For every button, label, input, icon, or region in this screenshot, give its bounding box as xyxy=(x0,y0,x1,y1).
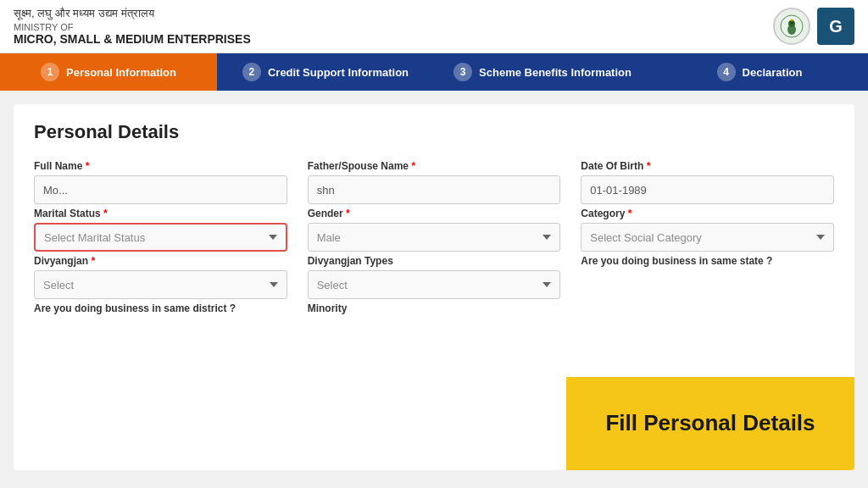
tab-1-label: Personal Information xyxy=(66,66,176,79)
father-spouse-input[interactable] xyxy=(308,175,561,204)
tab-4-number: 4 xyxy=(717,63,736,81)
tab-credit-support[interactable]: 2 Credit Support Information xyxy=(217,53,434,91)
marital-status-select[interactable]: Select Marital Status Single Married Div… xyxy=(34,223,287,252)
category-select[interactable]: Select Social Category General OBC SC ST xyxy=(581,223,834,252)
minority-label: Minority xyxy=(308,302,561,314)
nav-tabs: 1 Personal Information 2 Credit Support … xyxy=(0,53,868,91)
ministry-name: MICRO, SMALL & MEDIUM ENTERPRISES xyxy=(14,32,251,46)
hindi-title: सूक्ष्म, लघु और मध्यम उद्यम मंत्रालय xyxy=(14,7,251,20)
gender-select[interactable]: Male Female Other xyxy=(308,223,561,252)
gender-label: Gender * xyxy=(308,208,561,219)
dob-label: Date Of Birth * xyxy=(581,160,834,172)
full-name-label: Full Name * xyxy=(34,160,287,172)
tab-2-number: 2 xyxy=(242,63,261,81)
tab-2-label: Credit Support Information xyxy=(268,66,409,79)
category-label: Category * xyxy=(581,208,834,219)
divyangjan-types-group: Divyangjan Types Select xyxy=(308,255,561,299)
category-group: Category * Select Social Category Genera… xyxy=(581,208,834,252)
logo-peacock xyxy=(773,8,810,45)
main-content: Personal Details Full Name * Father/Spou… xyxy=(14,104,854,470)
father-spouse-label: Father/Spouse Name * xyxy=(308,160,561,172)
yellow-banner: Fill Personal Details xyxy=(566,377,854,470)
form-row-4: Are you doing business in same district … xyxy=(34,302,834,314)
tab-1-number: 1 xyxy=(41,63,59,81)
father-spouse-group: Father/Spouse Name * xyxy=(308,160,561,204)
banner-text: Fill Personal Details xyxy=(605,410,815,436)
marital-status-group: Marital Status * Select Marital Status S… xyxy=(34,208,287,252)
tab-4-label: Declaration xyxy=(743,66,803,79)
header-left: सूक्ष्म, लघु और मध्यम उद्यम मंत्रालय MIN… xyxy=(14,7,251,46)
dob-input[interactable] xyxy=(581,175,834,204)
divyangjan-types-select[interactable]: Select xyxy=(308,270,561,299)
tab-3-label: Scheme Benefits Information xyxy=(479,66,632,79)
same-state-label: Are you doing business in same state ? xyxy=(581,255,834,267)
form-row-3: Divyangjan * Select Yes No Divyangjan Ty… xyxy=(34,255,834,299)
header: सूक्ष्म, लघु और मध्यम उद्यम मंत्रालय MIN… xyxy=(0,0,868,53)
minority-group: Minority xyxy=(308,302,561,314)
ministry-line1: MINISTRY OF xyxy=(14,22,251,32)
same-district-label: Are you doing business in same district … xyxy=(34,302,287,314)
full-name-input[interactable] xyxy=(34,175,287,204)
form-row-1: Full Name * Father/Spouse Name * Date Of… xyxy=(34,160,834,204)
dob-group: Date Of Birth * xyxy=(581,160,834,204)
divyangjan-label: Divyangjan * xyxy=(34,255,287,267)
marital-status-label: Marital Status * xyxy=(34,208,287,219)
logo-g20: G xyxy=(817,8,854,45)
gender-group: Gender * Male Female Other xyxy=(308,208,561,252)
same-state-group: Are you doing business in same state ? xyxy=(581,255,834,299)
divyangjan-group: Divyangjan * Select Yes No xyxy=(34,255,287,299)
tab-scheme-benefits[interactable]: 3 Scheme Benefits Information xyxy=(434,53,651,91)
tab-declaration[interactable]: 4 Declaration xyxy=(651,53,868,91)
divyangjan-types-label: Divyangjan Types xyxy=(308,255,561,267)
form-row-2: Marital Status * Select Marital Status S… xyxy=(34,208,834,252)
full-name-group: Full Name * xyxy=(34,160,287,204)
same-district-group: Are you doing business in same district … xyxy=(34,302,287,314)
section-title: Personal Details xyxy=(34,121,834,143)
tab-personal-information[interactable]: 1 Personal Information xyxy=(0,53,217,91)
header-logos: G xyxy=(773,8,854,45)
tab-3-number: 3 xyxy=(453,63,472,81)
divyangjan-select[interactable]: Select Yes No xyxy=(34,270,287,299)
svg-point-4 xyxy=(791,19,793,22)
